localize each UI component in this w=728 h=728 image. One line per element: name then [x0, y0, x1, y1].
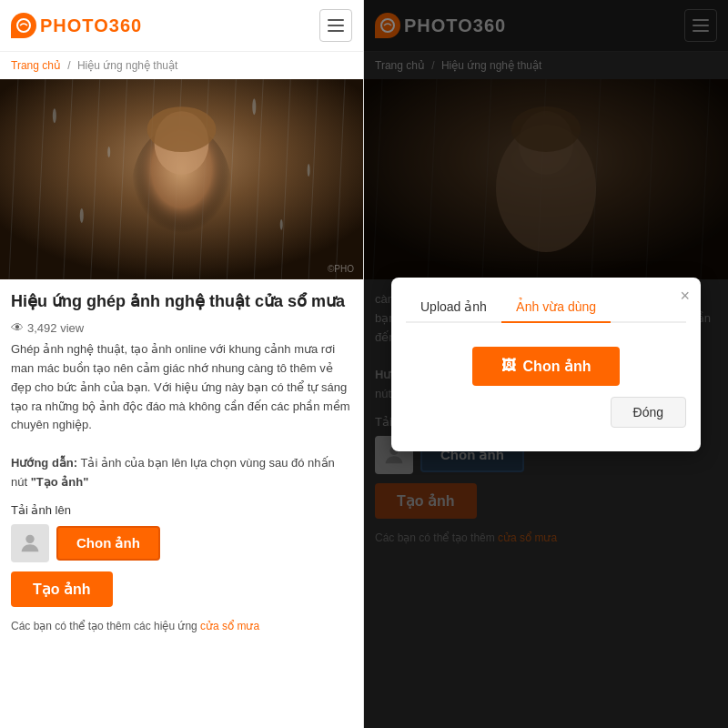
- guide-label: Hướng dẫn:: [11, 456, 77, 470]
- left-upload-section: Tải ảnh lên Chon ảnh Tạo ảnh: [11, 503, 352, 618]
- modal-dong-button[interactable]: Đóng: [611, 397, 686, 428]
- right-panel: PHOTO360 Trang chủ / Hiệu ứng nghệ thuật: [364, 0, 728, 728]
- breadcrumb-current: Hiệu ứng nghệ thuật: [77, 59, 177, 72]
- image-icon: 🖼: [501, 358, 516, 374]
- hamburger-line-3: [328, 30, 344, 32]
- left-header: PHOTO360: [0, 0, 363, 52]
- hero-watermark: ©PHO: [328, 264, 354, 274]
- modal-overlay[interactable]: × Upload ảnh Ảnh vừa dùng 🖼 Chon ảnh Đón…: [364, 0, 728, 728]
- svg-point-24: [25, 534, 34, 542]
- breadcrumb-sep: /: [67, 59, 70, 72]
- left-article-title: Hiệu ứng ghép ảnh nghệ thuật cửa sổ mưa: [11, 290, 352, 313]
- modal-dialog: × Upload ảnh Ảnh vừa dùng 🖼 Chon ảnh Đón…: [391, 278, 701, 451]
- hero-svg: [0, 79, 363, 279]
- hero-image-bg: [0, 79, 363, 279]
- view-number: 3,492 view: [27, 321, 84, 335]
- svg-point-20: [252, 98, 256, 115]
- modal-chon-label: Chon ảnh: [523, 358, 592, 375]
- left-logo: PHOTO360: [11, 13, 142, 38]
- left-footer-link[interactable]: cửa sổ mưa: [200, 620, 259, 632]
- svg-point-17: [147, 106, 217, 152]
- left-tao-anh-button[interactable]: Tạo ảnh: [11, 571, 113, 607]
- breadcrumb-home[interactable]: Trang chủ: [11, 59, 61, 72]
- svg-point-0: [17, 19, 30, 32]
- svg-point-22: [80, 208, 84, 223]
- svg-point-19: [107, 147, 110, 157]
- left-logo-text: PHOTO360: [40, 15, 142, 36]
- modal-tabs: Upload ảnh Ảnh vừa dùng: [406, 292, 686, 323]
- modal-close-button[interactable]: ×: [680, 287, 690, 306]
- hamburger-line-2: [328, 25, 344, 26]
- modal-tab-recent[interactable]: Ảnh vừa dùng: [501, 292, 611, 323]
- left-upload-label: Tải ảnh lên: [11, 503, 352, 517]
- modal-body: 🖼 Chon ảnh Đóng: [406, 338, 686, 437]
- svg-point-23: [280, 219, 283, 230]
- left-breadcrumb: Trang chủ / Hiệu ứng nghệ thuật: [0, 52, 363, 79]
- left-upload-row: Chon ảnh: [11, 524, 352, 562]
- left-hero-image: ©PHO: [0, 79, 363, 279]
- guide-bold: "Tạo ảnh": [31, 475, 89, 489]
- svg-point-18: [53, 108, 56, 123]
- modal-tab-upload[interactable]: Upload ảnh: [406, 292, 501, 323]
- modal-chon-anh-button[interactable]: 🖼 Chon ảnh: [472, 347, 621, 386]
- left-chon-anh-button[interactable]: Chon ảnh: [56, 526, 160, 561]
- hamburger-line-1: [328, 19, 344, 21]
- left-content: Hiệu ứng ghép ảnh nghệ thuật cửa sổ mưa …: [0, 279, 363, 645]
- person-icon: [17, 531, 43, 556]
- left-footer-text: Các bạn có thể tạo thêm các hiệu ứng cửa…: [11, 618, 352, 634]
- body-text: Ghép ảnh nghệ thuật, tạo ảnh online với …: [11, 342, 350, 431]
- logo-icon: [11, 13, 36, 38]
- left-panel: PHOTO360 Trang chủ / Hiệu ứng nghệ thuật: [0, 0, 364, 728]
- left-hamburger-button[interactable]: [319, 9, 352, 42]
- eye-icon: 👁: [11, 320, 24, 335]
- left-view-count: 👁 3,492 view: [11, 320, 352, 335]
- left-article-body: Ghép ảnh nghệ thuật, tạo ảnh online với …: [11, 340, 352, 491]
- left-avatar-placeholder: [11, 524, 49, 562]
- svg-point-21: [308, 164, 310, 177]
